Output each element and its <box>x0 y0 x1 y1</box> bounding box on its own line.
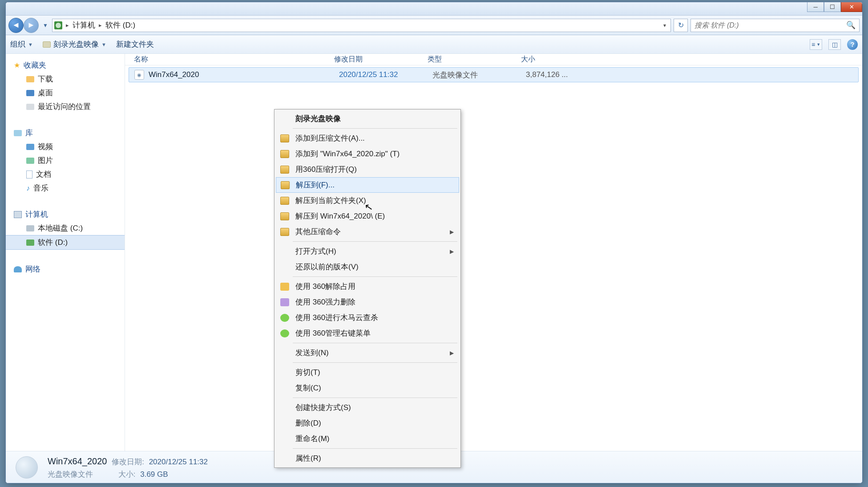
archive-icon <box>280 228 289 236</box>
details-date-label: 修改日期: <box>112 458 144 466</box>
ctx-extract-to-named[interactable]: 解压到 Win7x64_2020\ (E) <box>276 208 459 224</box>
sidebar-item-pictures[interactable]: 图片 <box>6 154 125 167</box>
ctx-360-force-delete[interactable]: 使用 360强力删除 <box>276 294 459 310</box>
help-button[interactable]: ? <box>847 39 858 50</box>
360-icon <box>280 314 289 322</box>
close-button[interactable]: ✕ <box>841 2 862 12</box>
ctx-burn-disc-image[interactable]: 刻录光盘映像 <box>276 111 459 126</box>
ctx-open-with[interactable]: 打开方式(H)▶ <box>276 244 459 259</box>
back-button[interactable]: ◄ <box>8 18 24 33</box>
disc-icon <box>43 41 51 48</box>
sidebar-item-desktop[interactable]: 桌面 <box>6 86 125 100</box>
ctx-delete[interactable]: 删除(D) <box>276 415 459 431</box>
burn-label: 刻录光盘映像 <box>53 39 99 49</box>
minimize-button[interactable]: ─ <box>807 2 824 12</box>
col-size[interactable]: 大小 <box>521 55 588 64</box>
ctx-rename[interactable]: 重命名(M) <box>276 431 459 446</box>
history-dropdown[interactable]: ▼ <box>41 22 49 28</box>
file-date: 2020/12/25 11:32 <box>339 70 432 79</box>
ctx-properties[interactable]: 属性(R) <box>276 450 459 466</box>
col-type[interactable]: 类型 <box>428 55 521 64</box>
sidebar-item-documents[interactable]: 文档 <box>6 167 125 181</box>
submenu-arrow-icon: ▶ <box>450 229 454 235</box>
picture-icon <box>26 158 34 164</box>
ctx-360-unlock[interactable]: 使用 360解除占用 <box>276 279 459 294</box>
music-icon: ♪ <box>26 184 30 192</box>
burn-image-button[interactable]: 刻录光盘映像 ▼ <box>43 39 106 49</box>
ctx-restore-previous[interactable]: 还原以前的版本(V) <box>276 259 459 275</box>
sidebar-item-drive-c[interactable]: 本地磁盘 (C:) <box>6 221 125 235</box>
sidebar-item-videos[interactable]: 视频 <box>6 140 125 154</box>
ctx-create-shortcut[interactable]: 创建快捷方式(S) <box>276 400 459 415</box>
col-date[interactable]: 修改日期 <box>334 55 428 64</box>
sidebar-item-downloads[interactable]: 下载 <box>6 72 125 86</box>
maximize-button[interactable]: ☐ <box>824 2 841 12</box>
sidebar-libraries: 库 视频 图片 文档 ♪音乐 <box>6 126 125 195</box>
ctx-extract-here[interactable]: 解压到当前文件夹(X) <box>276 193 459 208</box>
sidebar-item-drive-d[interactable]: 软件 (D:) <box>6 235 125 250</box>
address-bar[interactable]: ▸ 计算机 ▸ 软件 (D:) ▾ <box>52 19 671 32</box>
drive-icon <box>26 239 34 246</box>
submenu-arrow-icon: ▶ <box>450 248 454 255</box>
new-folder-label: 新建文件夹 <box>116 39 154 49</box>
file-size: 3,874,126 ... <box>526 70 593 79</box>
ctx-open-with-360zip[interactable]: 用360压缩打开(Q) <box>276 162 459 177</box>
file-list-area: 名称 修改日期 类型 大小 ◉ Win7x64_2020 2020/12/25 … <box>125 54 862 451</box>
iso-file-icon: ◉ <box>134 70 144 80</box>
archive-icon <box>280 197 289 205</box>
ctx-separator <box>293 448 457 449</box>
360-icon <box>280 283 289 291</box>
details-text: Win7x64_2020 修改日期: 2020/12/25 11:32 光盘映像… <box>48 454 208 480</box>
ctx-cut[interactable]: 剪切(T) <box>276 365 459 380</box>
forward-button[interactable]: ► <box>24 18 39 33</box>
recent-icon <box>26 104 34 110</box>
search-input[interactable] <box>694 21 846 29</box>
desktop-icon <box>26 90 34 96</box>
ctx-add-to-archive[interactable]: 添加到压缩文件(A)... <box>276 130 459 146</box>
ctx-send-to[interactable]: 发送到(N)▶ <box>276 345 459 361</box>
sidebar-computer-header[interactable]: 计算机 <box>6 207 125 221</box>
new-folder-button[interactable]: 新建文件夹 <box>116 39 154 49</box>
preview-pane-button[interactable]: ◫ <box>828 39 841 50</box>
video-icon <box>26 144 34 150</box>
ctx-other-compression[interactable]: 其他压缩命令▶ <box>276 224 459 239</box>
sidebar-network-header[interactable]: 网络 <box>6 262 125 276</box>
titlebar: ─ ☐ ✕ <box>6 2 862 16</box>
nav-arrows: ◄ ► <box>8 18 39 33</box>
archive-icon <box>280 212 289 220</box>
details-size-label: 大小: <box>118 470 136 479</box>
sidebar-network: 网络 <box>6 262 125 276</box>
sidebar-item-music[interactable]: ♪音乐 <box>6 181 125 195</box>
network-icon <box>14 266 22 272</box>
sidebar-libraries-header[interactable]: 库 <box>6 126 125 140</box>
details-type: 光盘映像文件 <box>48 470 93 479</box>
ctx-extract-to[interactable]: 解压到(F)... <box>276 177 459 193</box>
col-name[interactable]: 名称 <box>134 55 334 64</box>
breadcrumb-sep-icon: ▸ <box>99 22 102 28</box>
context-menu: 刻录光盘映像 添加到压缩文件(A)... 添加到 "Win7x64_2020.z… <box>274 109 461 468</box>
sidebar-favorites: ★ 收藏夹 下载 桌面 最近访问的位置 <box>6 58 125 114</box>
window-controls: ─ ☐ ✕ <box>807 2 862 12</box>
ctx-360-manage-menu[interactable]: 使用 360管理右键菜单 <box>276 325 459 341</box>
sidebar-favorites-header[interactable]: ★ 收藏夹 <box>6 58 125 72</box>
refresh-button[interactable]: ↻ <box>674 19 688 32</box>
sidebar-item-recent[interactable]: 最近访问的位置 <box>6 100 125 114</box>
search-box[interactable]: 🔍 <box>690 19 860 32</box>
ctx-360-trojan-scan[interactable]: 使用 360进行木马云查杀 <box>276 310 459 325</box>
view-options-button[interactable]: ≡ ▼ <box>810 39 822 50</box>
ctx-copy[interactable]: 复制(C) <box>276 380 459 396</box>
file-row[interactable]: ◉ Win7x64_2020 2020/12/25 11:32 光盘映像文件 3… <box>129 67 859 82</box>
archive-icon <box>281 181 290 189</box>
location-icon <box>54 21 62 29</box>
breadcrumb-root[interactable]: 计算机 <box>73 20 95 30</box>
chevron-down-icon: ▼ <box>101 42 106 47</box>
organize-menu[interactable]: 组织 ▼ <box>10 39 33 49</box>
toolbar: 组织 ▼ 刻录光盘映像 ▼ 新建文件夹 ≡ ▼ ◫ ? <box>6 35 862 54</box>
ctx-add-to-zip[interactable]: 添加到 "Win7x64_2020.zip" (T) <box>276 146 459 162</box>
ctx-separator <box>293 276 457 277</box>
breadcrumb-current[interactable]: 软件 (D:) <box>105 20 135 30</box>
submenu-arrow-icon: ▶ <box>450 350 454 356</box>
address-dropdown-icon[interactable]: ▾ <box>661 22 669 28</box>
details-size-value: 3.69 GB <box>140 470 168 479</box>
archive-icon <box>280 134 289 142</box>
